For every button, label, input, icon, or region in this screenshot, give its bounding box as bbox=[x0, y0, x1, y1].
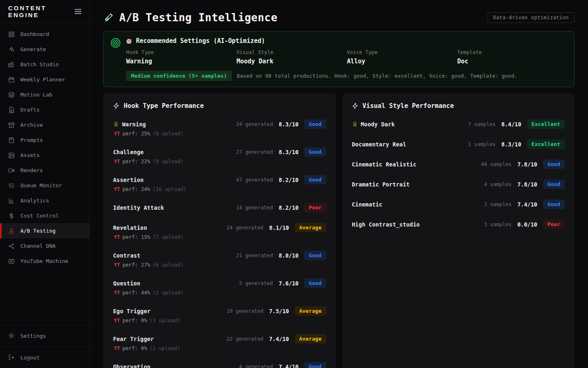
perf-item-name: Moody Dark bbox=[361, 121, 395, 128]
perf-item-name: Identity Attack bbox=[113, 204, 164, 211]
yt-performance-line: YTperf: 24%(16 upload) bbox=[113, 186, 326, 192]
rating-badge: Average bbox=[295, 223, 326, 232]
perf-item-score: 7.5/10 bbox=[269, 308, 289, 314]
logout-icon bbox=[8, 354, 15, 361]
list-checks-icon bbox=[8, 182, 15, 189]
perf-item-question: Question5 generated7.6/10GoodYTperf: 44%… bbox=[113, 278, 326, 296]
grid-icon bbox=[8, 31, 15, 38]
yt-perf-value: perf: 25% bbox=[122, 130, 150, 137]
sidebar-item-label: Queue Monitor bbox=[20, 182, 62, 188]
perf-item-row: Revelation24 generated8.1/10Average bbox=[113, 223, 326, 232]
rating-badge: Average bbox=[295, 306, 326, 316]
perf-item-name: High Contrast_studio bbox=[352, 221, 420, 228]
perf-item-row: Moody Dark7 samples8.4/10Excellent bbox=[352, 119, 565, 129]
yt-performance-line: YTperf: 25%(8 upload) bbox=[113, 130, 326, 137]
medal-icon bbox=[352, 121, 358, 127]
sidebar-item-label: Settings bbox=[20, 333, 46, 339]
sidebar-item-prompts[interactable]: Prompts bbox=[0, 132, 89, 148]
perf-item-row: Warning24 generated8.3/10Good bbox=[113, 119, 326, 129]
rating-badge: Good bbox=[304, 251, 326, 260]
yt-perf-value: perf: 24% bbox=[122, 186, 150, 192]
sidebar-item-queue-monitor[interactable]: Queue Monitor bbox=[0, 178, 89, 193]
perf-item-score: 8.3/10 bbox=[501, 141, 521, 148]
perf-item-row: Challenge27 generated8.3/10Good bbox=[113, 147, 326, 157]
perf-item-name: Observation bbox=[113, 364, 151, 368]
perf-item-score: 7.4/10 bbox=[278, 364, 298, 368]
rating-badge: Poor bbox=[304, 203, 326, 212]
yt-label: YT bbox=[114, 289, 120, 296]
yt-upload-count: (9 upload) bbox=[153, 158, 183, 164]
yt-label: YT bbox=[114, 317, 120, 323]
rating-badge: Good bbox=[543, 200, 565, 209]
perf-item-score: 7.6/10 bbox=[278, 280, 298, 287]
recommended-field-hook-type: Hook TypeWarning bbox=[126, 49, 236, 65]
sidebar-item-label: Prompts bbox=[20, 137, 43, 143]
perf-item-score: 7.4/10 bbox=[269, 336, 289, 342]
recommended-field-visual-style: Visual StyleMoody Dark bbox=[236, 49, 347, 65]
calendar-icon bbox=[8, 76, 15, 83]
perf-item-name: Warning bbox=[122, 121, 146, 128]
book-icon bbox=[8, 137, 15, 144]
yt-perf-value: perf: 44% bbox=[122, 289, 150, 296]
perf-item-count: 24 generated bbox=[227, 224, 263, 231]
optimization-badge: Data-driven optimization bbox=[488, 12, 575, 23]
dollar-icon bbox=[8, 213, 15, 219]
zap-icon bbox=[113, 103, 120, 109]
perf-item-name: Documentary Real bbox=[352, 141, 406, 148]
sidebar-item-drafts[interactable]: Drafts bbox=[0, 102, 89, 117]
perf-item-name: Revelation bbox=[113, 224, 147, 231]
yt-upload-count: (2 upload) bbox=[153, 289, 183, 296]
rating-badge: Good bbox=[304, 362, 326, 368]
sidebar-item-settings[interactable]: Settings bbox=[0, 325, 89, 346]
sidebar-item-label: Generate bbox=[20, 46, 46, 52]
sidebar-item-batch-studio[interactable]: Batch Studio bbox=[0, 57, 89, 72]
perf-item-count: 4 generated bbox=[239, 364, 273, 368]
perf-item-score: 8.2/10 bbox=[278, 177, 298, 183]
performance-columns: Hook Type Performance Warning24 generate… bbox=[103, 93, 575, 368]
sidebar-item-label: Dashboard bbox=[20, 31, 49, 37]
menu-icon[interactable] bbox=[75, 9, 81, 14]
perf-item-name: Ego Trigger bbox=[113, 308, 151, 314]
sparkles-icon bbox=[8, 46, 15, 53]
yt-label: YT bbox=[114, 130, 120, 137]
sidebar-item-cost-control[interactable]: Cost Control bbox=[0, 208, 89, 223]
sidebar-item-logout[interactable]: Logout bbox=[0, 347, 89, 368]
recommended-note: Based on 98 total productions. Hook: goo… bbox=[237, 73, 518, 79]
style-list: Moody Dark7 samples8.4/10ExcellentDocume… bbox=[352, 119, 565, 229]
yt-perf-value: perf: 0% bbox=[122, 345, 147, 351]
perf-item-revelation: Revelation24 generated8.1/10AverageYTper… bbox=[113, 223, 326, 240]
perf-item-count: 21 generated bbox=[236, 252, 273, 258]
sidebar-item-archive[interactable]: Archive bbox=[0, 117, 89, 132]
medal-icon bbox=[113, 121, 119, 127]
app-logo: CONTENT ENGINE bbox=[8, 4, 75, 18]
sidebar-item-dashboard[interactable]: Dashboard bbox=[0, 27, 89, 42]
rating-badge: Good bbox=[304, 119, 326, 129]
sidebar: CONTENT ENGINE DashboardGenerateBatch St… bbox=[0, 0, 90, 368]
sidebar-nav: DashboardGenerateBatch StudioWeekly Plan… bbox=[0, 23, 89, 325]
perf-item-high-contrast-studio: High Contrast_studio3 samples0.0/10Poor bbox=[352, 220, 565, 229]
field-value: Doc bbox=[457, 58, 568, 65]
sidebar-item-generate[interactable]: Generate bbox=[0, 42, 89, 57]
perf-item-score: 8.3/10 bbox=[278, 121, 298, 128]
perf-item-name: Contrast bbox=[113, 252, 140, 259]
sidebar-item-channel-dna[interactable]: Channel DNA bbox=[0, 238, 89, 254]
yt-perf-value: perf: 27% bbox=[122, 262, 150, 268]
sidebar-item-renders[interactable]: Renders bbox=[0, 163, 89, 178]
recommended-field-voice-type: Voice TypeAlloy bbox=[347, 49, 457, 65]
perf-item-ego-trigger: Ego Trigger10 generated7.5/10AverageYTpe… bbox=[113, 306, 326, 323]
sidebar-item-motion-lab[interactable]: Motion Lab bbox=[0, 87, 89, 102]
youtube-icon bbox=[8, 258, 15, 265]
sidebar-item-weekly-planner[interactable]: Weekly Planner bbox=[0, 72, 89, 87]
sidebar-item-assets[interactable]: Assets bbox=[0, 148, 89, 163]
sidebar-item-youtube-machine[interactable]: YouTube Machine bbox=[0, 254, 89, 269]
perf-item-count: 5 generated bbox=[239, 280, 273, 286]
field-value: Warning bbox=[126, 58, 236, 65]
perf-item-name: Dramatic Portrait bbox=[352, 181, 410, 188]
sidebar-item-analytics[interactable]: Analytics bbox=[0, 193, 89, 208]
sidebar-item-a-b-testing[interactable]: A/B Testing bbox=[0, 223, 89, 238]
hook-panel-title: Hook Type Performance bbox=[124, 102, 204, 110]
perf-item-count: 22 generated bbox=[227, 336, 263, 342]
target-icon bbox=[110, 38, 121, 81]
rating-badge: Excellent bbox=[527, 139, 565, 149]
yt-performance-line: YTperf: 22%(9 upload) bbox=[113, 158, 326, 164]
